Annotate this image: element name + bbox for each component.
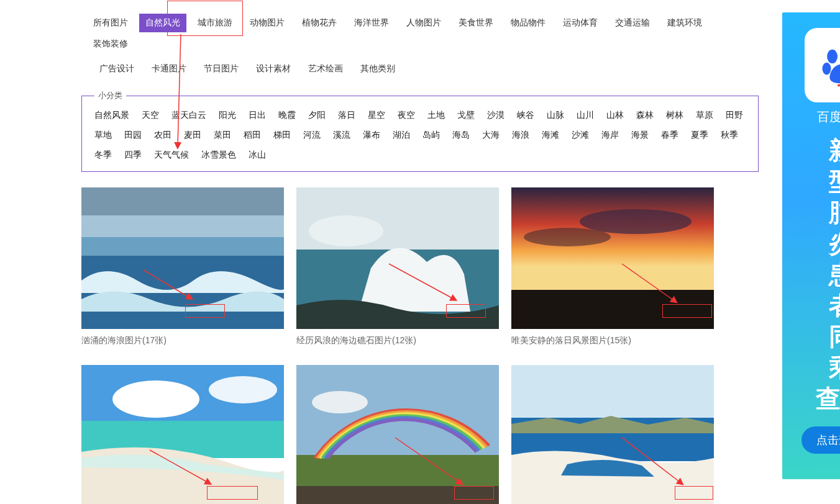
category-bar: 所有图片自然风光城市旅游动物图片植物花卉海洋世界人物图片美食世界物品物件运动体育… bbox=[78, 12, 762, 89]
card-title: 经历风浪的海边礁石图片(12张) bbox=[296, 335, 499, 346]
subcategory-item[interactable]: 菜田 bbox=[209, 127, 236, 143]
subcategory-item[interactable]: 四季 bbox=[119, 147, 147, 163]
subcategory-box: 小分类 自然风景天空蓝天白云阳光日出晚霞夕阳落日星空夜空土地戈壁沙漠峡谷山脉山川… bbox=[81, 96, 759, 172]
subcategory-item[interactable]: 海浪 bbox=[507, 127, 534, 143]
category-运动体育[interactable]: 运动体育 bbox=[557, 14, 604, 32]
subcategory-item[interactable]: 夜空 bbox=[393, 107, 420, 124]
svg-point-30 bbox=[823, 63, 831, 75]
category-卡通图片[interactable]: 卡通图片 bbox=[145, 60, 193, 78]
category-设计素材[interactable]: 设计素材 bbox=[250, 60, 297, 78]
subcategory-item[interactable]: 落日 bbox=[333, 107, 360, 124]
ad-main-text: 新型肺炎患者同乘查询 bbox=[782, 135, 840, 414]
subcategory-item[interactable]: 晚霞 bbox=[273, 107, 301, 124]
ad-cta-button[interactable]: 点击查询› bbox=[801, 426, 840, 454]
svg-point-28 bbox=[827, 50, 838, 63]
ad-brand-label: 百度APP bbox=[782, 109, 840, 125]
card-title: 唯美安静的落日风景图片(15张) bbox=[511, 335, 714, 346]
baidu-logo-card bbox=[805, 28, 840, 102]
svg-rect-3 bbox=[81, 187, 284, 215]
subcategory-item[interactable]: 海岛 bbox=[447, 127, 475, 143]
svg-point-6 bbox=[309, 215, 383, 246]
subcategory-item[interactable]: 夏季 bbox=[686, 127, 713, 143]
subcategory-item[interactable]: 湖泊 bbox=[388, 127, 415, 143]
subcategory-item[interactable]: 麦田 bbox=[179, 127, 206, 143]
subcategory-item[interactable]: 秋季 bbox=[716, 127, 743, 143]
subcategory-item[interactable]: 冰山 bbox=[244, 147, 271, 163]
category-美食世界[interactable]: 美食世界 bbox=[452, 14, 500, 32]
subcategory-item[interactable]: 星空 bbox=[363, 107, 390, 124]
subcategory-item[interactable]: 峡谷 bbox=[512, 107, 539, 124]
subcategory-item[interactable]: 夕阳 bbox=[303, 107, 331, 124]
image-card[interactable]: 天空中绚丽的彩虹风景图片(17张) bbox=[296, 365, 499, 504]
category-建筑环境[interactable]: 建筑环境 bbox=[661, 14, 708, 32]
subcategory-item[interactable]: 大海 bbox=[477, 127, 504, 143]
subcategory-item[interactable]: 冬季 bbox=[89, 147, 117, 163]
subcategory-item[interactable]: 森林 bbox=[631, 107, 659, 124]
subcategory-item[interactable]: 春季 bbox=[656, 127, 683, 143]
svg-point-18 bbox=[312, 391, 368, 413]
card-title: 汹涌的海浪图片(17张) bbox=[81, 335, 284, 346]
baidu-paw-icon bbox=[820, 43, 840, 87]
subcategory-item[interactable]: 天空 bbox=[137, 107, 164, 124]
subcategory-item[interactable]: 瀑布 bbox=[358, 127, 385, 143]
side-advertisement[interactable]: 百度APP 新型肺炎患者同乘查询 点击查询› ◐广告✕ bbox=[782, 12, 840, 479]
category-其他类别[interactable]: 其他类别 bbox=[354, 60, 401, 78]
subcategory-item[interactable]: 天气气候 bbox=[149, 147, 194, 163]
subcategory-item[interactable]: 海岸 bbox=[596, 127, 624, 143]
svg-point-10 bbox=[524, 228, 611, 246]
category-物品物件[interactable]: 物品物件 bbox=[504, 14, 552, 32]
subcategory-item[interactable]: 土地 bbox=[422, 107, 450, 124]
image-card[interactable]: 唯美安静的落日风景图片(15张) bbox=[511, 187, 714, 346]
image-card[interactable]: 汹涌的海浪图片(17张) bbox=[81, 187, 284, 346]
subcategory-item[interactable]: 山脉 bbox=[542, 107, 569, 124]
category-自然风光[interactable]: 自然风光 bbox=[139, 14, 186, 32]
category-植物花卉[interactable]: 植物花卉 bbox=[296, 14, 343, 32]
subcategory-item[interactable]: 阳光 bbox=[214, 107, 241, 124]
subcategory-item[interactable]: 河流 bbox=[298, 127, 326, 143]
category-所有图片[interactable]: 所有图片 bbox=[87, 14, 134, 32]
svg-rect-8 bbox=[511, 290, 714, 329]
subcategory-item[interactable]: 沙漠 bbox=[482, 107, 509, 124]
svg-point-13 bbox=[209, 376, 277, 403]
subcategory-item[interactable]: 岛屿 bbox=[418, 127, 445, 143]
category-广告设计[interactable]: 广告设计 bbox=[93, 60, 140, 78]
subcategory-item[interactable]: 蓝天白云 bbox=[167, 107, 211, 124]
subcategory-item[interactable]: 冰雪景色 bbox=[196, 147, 241, 163]
subcategory-item[interactable]: 树林 bbox=[661, 107, 688, 124]
category-海洋世界[interactable]: 海洋世界 bbox=[348, 14, 395, 32]
subcategory-item[interactable]: 戈壁 bbox=[452, 107, 480, 124]
subcategory-item[interactable]: 山川 bbox=[572, 107, 599, 124]
category-动物图片[interactable]: 动物图片 bbox=[244, 14, 291, 32]
image-card[interactable]: 经历风浪的海边礁石图片(12张) bbox=[296, 187, 499, 346]
category-装饰装修[interactable]: 装饰装修 bbox=[87, 35, 134, 53]
subcategory-item[interactable]: 自然风景 bbox=[89, 107, 134, 124]
svg-rect-19 bbox=[511, 365, 714, 421]
image-card[interactable]: 景色宜人的蓝天碧海图片(17张) bbox=[81, 365, 284, 504]
subcategory-item[interactable]: 沙滩 bbox=[567, 127, 594, 143]
subcategory-item[interactable]: 草地 bbox=[89, 127, 117, 143]
category-交通运输[interactable]: 交通运输 bbox=[609, 14, 656, 32]
svg-point-12 bbox=[112, 380, 199, 418]
image-grid: 汹涌的海浪图片(17张)经历风浪的海边礁石图片(12张)唯美安静的落日风景图片(… bbox=[78, 187, 762, 504]
subcategory-item[interactable]: 田园 bbox=[119, 127, 147, 143]
category-节日图片[interactable]: 节日图片 bbox=[198, 60, 245, 78]
subcategory-item[interactable]: 海滩 bbox=[537, 127, 564, 143]
subcategory-item[interactable]: 草原 bbox=[691, 107, 718, 124]
category-艺术绘画[interactable]: 艺术绘画 bbox=[302, 60, 349, 78]
subcategory-item[interactable]: 山林 bbox=[601, 107, 629, 124]
subcategory-item[interactable]: 日出 bbox=[244, 107, 271, 124]
subcategory-legend: 小分类 bbox=[94, 90, 126, 101]
subcategory-item[interactable]: 农田 bbox=[149, 127, 176, 143]
svg-rect-32 bbox=[838, 84, 840, 87]
page-container: 所有图片自然风光城市旅游动物图片植物花卉海洋世界人物图片美食世界物品物件运动体育… bbox=[78, 0, 762, 504]
category-城市旅游[interactable]: 城市旅游 bbox=[191, 14, 239, 32]
subcategory-item[interactable]: 海景 bbox=[626, 127, 654, 143]
category-人物图片[interactable]: 人物图片 bbox=[400, 14, 447, 32]
svg-rect-17 bbox=[296, 486, 499, 504]
subcategory-item[interactable]: 梯田 bbox=[268, 127, 296, 143]
subcategory-item[interactable]: 稻田 bbox=[239, 127, 266, 143]
subcategory-item[interactable]: 溪流 bbox=[328, 127, 355, 143]
image-card[interactable]: 澳大利亚洛特尼斯岛自然风景图片(18张) bbox=[511, 365, 714, 504]
subcategory-item[interactable]: 田野 bbox=[721, 107, 748, 124]
